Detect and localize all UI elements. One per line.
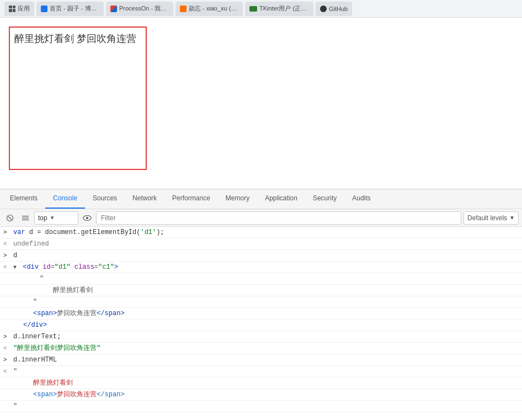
console-line: > d.innerHTML <box>0 354 522 366</box>
spacer <box>3 390 13 390</box>
console-line: " <box>0 296 522 308</box>
filter-input[interactable] <box>96 211 461 225</box>
spacer <box>3 309 13 309</box>
tab-performance[interactable]: Performance <box>164 189 218 209</box>
eye-button[interactable] <box>81 211 94 225</box>
output-arrow: < <box>3 262 13 272</box>
svg-rect-3 <box>22 217 29 218</box>
spacer <box>3 320 13 321</box>
svg-point-6 <box>86 217 88 219</box>
browser-topbar: 应用 首页 - 园子 - 博客园 ProcessOn - 我的... 勋忘 - … <box>0 0 522 18</box>
spacer <box>10 274 20 274</box>
input-arrow: > <box>3 332 13 342</box>
console-toolbar: top ▼ Default levels ▼ <box>0 209 522 227</box>
context-selector[interactable]: top ▼ <box>34 211 78 225</box>
tab-elements[interactable]: Elements <box>2 189 45 209</box>
input-arrow: > <box>3 227 13 237</box>
console-line: 醉里挑灯看剑 <box>0 285 522 296</box>
tab-network[interactable]: Network <box>125 189 164 209</box>
spacer <box>3 285 13 286</box>
tab-sources[interactable]: Sources <box>85 189 125 209</box>
xiao-favicon <box>180 6 187 12</box>
settings-button[interactable] <box>19 211 32 225</box>
console-line: < undefined <box>0 238 522 250</box>
console-line: 醉里挑灯看剑 <box>0 378 522 389</box>
page-content-area: 醉里挑灯看剑 梦回吹角连营 <box>0 18 522 189</box>
console-line: <span>梦回吹角连营</span> <box>0 308 522 320</box>
output-arrow: < <box>3 239 13 249</box>
tab-apps[interactable]: 应用 <box>4 2 34 16</box>
console-line: > var d = document.getElementById('d1'); <box>0 227 522 238</box>
input-arrow: > <box>3 355 13 365</box>
console-line: " <box>0 401 522 412</box>
spacer <box>3 401 13 402</box>
spacer <box>3 297 13 297</box>
console-line: " <box>0 273 522 285</box>
console-line: > d <box>0 250 522 262</box>
devtools-tab-bar: Elements Console Sources Network Perform… <box>0 189 522 209</box>
console-line: </div> <box>0 320 522 331</box>
chevron-down-icon: ▼ <box>509 215 515 221</box>
github-favicon <box>320 6 327 12</box>
tab-github[interactable]: GitHub <box>316 2 352 16</box>
input-arrow: > <box>3 251 13 260</box>
tab-security[interactable]: Security <box>305 189 344 209</box>
tkinter-favicon <box>249 6 257 12</box>
apps-favicon <box>9 6 15 12</box>
tab-home[interactable]: 首页 - 园子 - 博客园 <box>36 2 104 16</box>
console-line: <span>梦回吹角连营</span> <box>0 389 522 401</box>
chevron-down-icon: ▼ <box>50 215 55 221</box>
tab-console[interactable]: Console <box>45 189 85 209</box>
demo-div: 醉里挑灯看剑 梦回吹角连营 <box>9 26 147 170</box>
tab-processon[interactable]: ProcessOn - 我的... <box>106 2 173 16</box>
console-output: > var d = document.getElementById('d1');… <box>0 227 522 420</box>
tab-audits[interactable]: Audits <box>344 189 378 209</box>
svg-line-1 <box>8 216 12 220</box>
console-line: < "醉里挑灯看剑梦回吹角连营" <box>0 343 522 354</box>
svg-rect-4 <box>22 219 29 220</box>
output-arrow: < <box>3 343 13 353</box>
output-arrow: < <box>3 366 13 376</box>
devtools-panel: Elements Console Sources Network Perform… <box>0 189 522 420</box>
default-levels-dropdown[interactable]: Default levels ▼ <box>464 211 519 225</box>
svg-rect-2 <box>22 216 29 216</box>
tab-application[interactable]: Application <box>257 189 305 209</box>
tab-xiao[interactable]: 勋忘 - xiao_xu (X... <box>175 2 243 16</box>
spacer <box>3 378 13 379</box>
tab-tkinter[interactable]: TKinter用户 (正在... <box>245 2 313 16</box>
console-line: > d.innerText; <box>0 331 522 343</box>
clear-console-button[interactable] <box>3 211 17 225</box>
processon-favicon <box>110 6 117 12</box>
console-line: < ▼ <div id="d1" class="c1"> <box>0 262 522 273</box>
cnblogs-favicon <box>41 6 47 12</box>
console-line: < " <box>0 366 522 378</box>
tab-memory[interactable]: Memory <box>218 189 257 209</box>
